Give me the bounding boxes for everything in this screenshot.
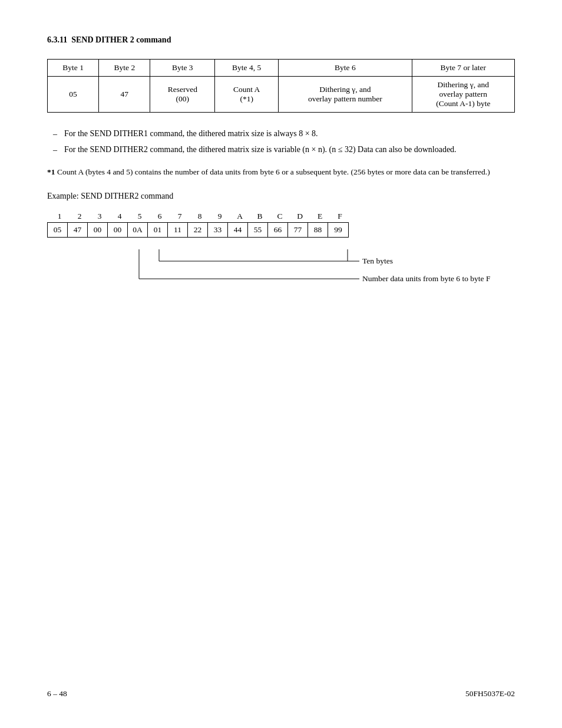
table-data-cell: 05 — [48, 77, 99, 113]
hex-header-cell: B — [250, 212, 270, 221]
annotation-diagram: Ten bytes Number data units from byte 6 … — [47, 249, 459, 302]
table-data-cell: 47 — [99, 77, 150, 113]
footer-left: 6 – 48 — [47, 689, 67, 699]
table-header-cell: Byte 7 or later — [412, 60, 514, 77]
hex-data-cell: 11 — [168, 223, 188, 237]
hex-header-cell: 2 — [70, 212, 90, 221]
hex-data-cell: 44 — [228, 223, 248, 237]
bullet-dash: – — [53, 146, 57, 155]
hex-header-cell: 7 — [170, 212, 190, 221]
table-data-cell: Count A(*1) — [215, 77, 279, 113]
table-data-cell: Reserved(00) — [150, 77, 215, 113]
page-footer: 6 – 48 50FH5037E-02 — [47, 689, 515, 699]
command-table: Byte 1Byte 2Byte 3Byte 4, 5Byte 6Byte 7 … — [47, 59, 515, 113]
hex-data-cell: 22 — [188, 223, 208, 237]
hex-data-cell: 00 — [108, 223, 128, 237]
bullet-item: –For the SEND DITHER1 command, the dithe… — [47, 129, 515, 139]
table-header-cell: Byte 3 — [150, 60, 215, 77]
hex-data-cell: 33 — [208, 223, 228, 237]
bullet-list: –For the SEND DITHER1 command, the dithe… — [47, 129, 515, 155]
table-data-cell: Dithering γ, andoverlay pattern(Count A-… — [412, 77, 514, 113]
hex-data-row: 054700000A01112233445566778899 — [47, 222, 349, 238]
hex-data-cell: 47 — [68, 223, 88, 237]
hex-header-cell: 8 — [190, 212, 210, 221]
note-block: *1 Count A (bytes 4 and 5) contains the … — [47, 166, 515, 179]
svg-text:Number data units from byte 6 : Number data units from byte 6 to byte F — [362, 274, 491, 283]
table-header-cell: Byte 4, 5 — [215, 60, 279, 77]
hex-data-cell: 00 — [88, 223, 108, 237]
bullet-text: For the SEND DITHER2 command, the dither… — [64, 145, 457, 154]
hex-header-cell: C — [270, 212, 290, 221]
hex-data-cell: 77 — [288, 223, 308, 237]
hex-section: 123456789ABCDEF 054700000A01112233445566… — [47, 212, 515, 238]
hex-header-cell: 3 — [90, 212, 110, 221]
hex-data-cell: 99 — [328, 223, 348, 237]
hex-header-row: 123456789ABCDEF — [47, 212, 515, 221]
hex-header-cell: F — [330, 212, 350, 221]
section-title: 6.3.11 SEND DITHER 2 command — [47, 35, 515, 45]
table-header-cell: Byte 2 — [99, 60, 150, 77]
hex-header-cell: 6 — [150, 212, 170, 221]
hex-data-cell: 05 — [48, 223, 68, 237]
table-header-cell: Byte 6 — [279, 60, 412, 77]
hex-header-cell: 9 — [210, 212, 230, 221]
hex-header-cell: A — [230, 212, 250, 221]
table-data-cell: Dithering γ, andoverlay pattern number — [279, 77, 412, 113]
bullet-item: –For the SEND DITHER2 command, the dithe… — [47, 145, 515, 155]
svg-text:Ten bytes: Ten bytes — [362, 256, 393, 265]
hex-header-cell: E — [310, 212, 330, 221]
hex-header-cell: 1 — [49, 212, 70, 221]
bullet-text: For the SEND DITHER1 command, the dither… — [64, 129, 318, 139]
hex-data-cell: 01 — [148, 223, 168, 237]
bullet-dash: – — [53, 130, 57, 139]
hex-data-cell: 88 — [308, 223, 328, 237]
hex-data-cell: 55 — [248, 223, 268, 237]
footer-center: 50FH5037E-02 — [465, 689, 515, 699]
hex-header-cell: D — [290, 212, 310, 221]
table-header-cell: Byte 1 — [48, 60, 99, 77]
hex-header-cell: 5 — [130, 212, 150, 221]
hex-header-cell: 4 — [110, 212, 130, 221]
hex-data-cell: 0A — [128, 223, 148, 237]
hex-data-cell: 66 — [268, 223, 288, 237]
example-title: Example: SEND DITHER2 command — [47, 192, 515, 201]
